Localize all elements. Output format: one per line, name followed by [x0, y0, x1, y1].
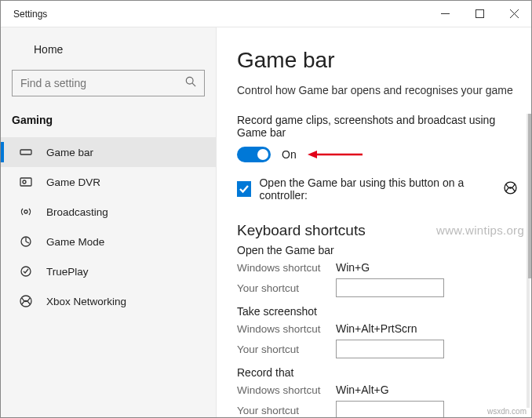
group-take-screenshot: Take screenshot Windows shortcut Win+Alt…: [237, 305, 517, 358]
app-body: Home Gaming Game bar Game DVR Broadcasti…: [1, 27, 531, 417]
shortcut-row: Windows shortcut Win+Alt+PrtScrn: [237, 322, 517, 335]
broadcast-icon: [20, 205, 32, 218]
nav-label: Game DVR: [46, 176, 100, 188]
search-input[interactable]: [20, 77, 177, 89]
search-icon: [185, 76, 196, 90]
title-bar: Settings: [1, 1, 531, 27]
search-box[interactable]: [12, 70, 205, 96]
shortcut-row: Your shortcut: [237, 278, 517, 297]
window-controls: [428, 1, 531, 27]
controller-checkbox-row: Open the Game bar using this button on a…: [237, 176, 517, 202]
svg-line-12: [26, 242, 29, 243]
svg-point-9: [24, 210, 27, 213]
nav-item-game-mode[interactable]: Game Mode: [1, 227, 216, 256]
your-shortcut-input[interactable]: [336, 340, 444, 358]
svg-marker-16: [308, 151, 317, 158]
image-credit: wsxdn.com: [487, 407, 527, 416]
window-title: Settings: [1, 9, 428, 20]
shortcuts-heading: Keyboard shortcuts: [237, 222, 517, 239]
nav-item-xbox-networking[interactable]: Xbox Networking: [1, 286, 216, 316]
windows-shortcut-label: Windows shortcut: [237, 384, 336, 396]
nav-list: Game bar Game DVR Broadcasting Game Mode…: [1, 137, 216, 316]
svg-point-4: [186, 77, 193, 84]
nav-label: Xbox Networking: [46, 296, 126, 307]
nav-item-game-dvr[interactable]: Game DVR: [1, 167, 216, 197]
svg-line-5: [192, 83, 195, 86]
controller-checkbox[interactable]: [237, 181, 251, 197]
shortcut-row: Your shortcut: [237, 340, 517, 358]
annotation-arrow: [308, 149, 363, 160]
toggle-state: On: [282, 148, 297, 161]
trueplay-icon: [20, 265, 32, 278]
your-shortcut-input[interactable]: [336, 278, 444, 297]
home-link[interactable]: Home: [1, 35, 216, 64]
gamemode-icon: [20, 235, 32, 248]
toggle-row: On: [237, 147, 517, 162]
windows-shortcut-value: Win+Alt+PrtScrn: [336, 322, 417, 335]
svg-point-8: [23, 180, 26, 184]
nav-item-game-bar[interactable]: Game bar: [1, 137, 216, 167]
xbox-guide-icon: [504, 181, 517, 197]
shortcut-row: Windows shortcut Win+Alt+G: [237, 383, 517, 396]
scrollbar-thumb[interactable]: [528, 114, 531, 278]
svg-rect-1: [476, 10, 483, 18]
group-title: Record that: [237, 366, 517, 379]
gamebar-icon: [20, 146, 32, 158]
maximize-button[interactable]: [462, 1, 497, 27]
windows-shortcut-value: Win+G: [336, 261, 370, 274]
toggle-knob: [257, 149, 268, 160]
minimize-button[interactable]: [428, 1, 462, 27]
page-title: Game bar: [237, 48, 517, 73]
controller-checkbox-label: Open the Game bar using this button on a…: [259, 176, 496, 202]
nav-item-broadcasting[interactable]: Broadcasting: [1, 197, 216, 227]
nav-item-trueplay[interactable]: TruePlay: [1, 256, 216, 286]
home-label: Home: [34, 43, 63, 56]
windows-shortcut-value: Win+Alt+G: [336, 383, 389, 396]
toggle-label: Record game clips, screenshots and broad…: [237, 114, 517, 139]
your-shortcut-label: Your shortcut: [237, 282, 336, 294]
svg-rect-6: [20, 150, 31, 154]
windows-shortcut-label: Windows shortcut: [237, 323, 336, 335]
group-title: Open the Game bar: [237, 244, 517, 256]
group-open-gamebar: Open the Game bar Windows shortcut Win+G…: [237, 244, 517, 297]
group-record-that: Record that Windows shortcut Win+Alt+G Y…: [237, 366, 517, 417]
your-shortcut-input[interactable]: [336, 401, 444, 417]
page-description: Control how Game bar opens and recognise…: [237, 84, 517, 96]
nav-label: TruePlay: [46, 266, 89, 278]
sidebar: Home Gaming Game bar Game DVR Broadcasti…: [1, 27, 217, 417]
shortcut-row: Your shortcut: [237, 401, 517, 417]
nav-label: Game Mode: [46, 236, 104, 248]
windows-shortcut-label: Windows shortcut: [237, 262, 336, 274]
main-panel: Game bar Control how Game bar opens and …: [217, 27, 531, 417]
record-toggle[interactable]: [237, 147, 271, 162]
your-shortcut-label: Your shortcut: [237, 343, 336, 355]
dvr-icon: [20, 176, 32, 188]
xbox-icon: [20, 295, 32, 307]
nav-label: Broadcasting: [46, 206, 108, 218]
your-shortcut-label: Your shortcut: [237, 405, 336, 416]
close-button[interactable]: [497, 1, 531, 27]
nav-label: Game bar: [46, 147, 93, 158]
group-title: Take screenshot: [237, 305, 517, 318]
category-heading: Gaming: [1, 107, 216, 137]
shortcut-row: Windows shortcut Win+G: [237, 261, 517, 274]
